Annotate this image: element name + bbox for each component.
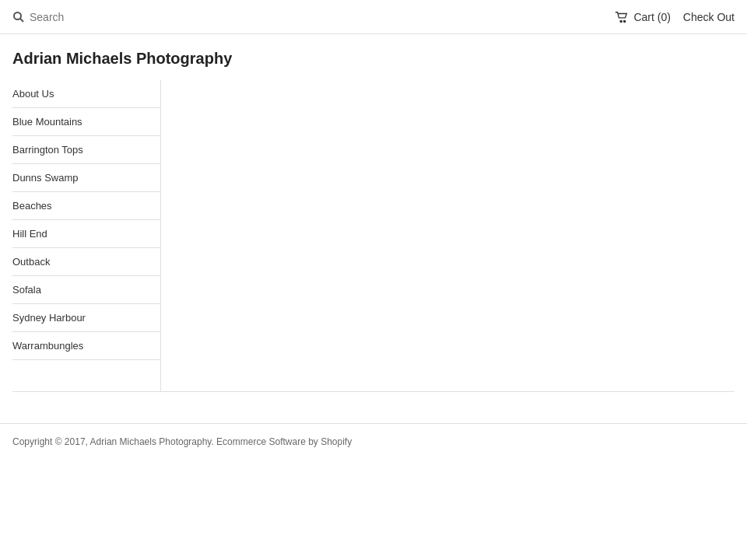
content-area <box>160 80 735 391</box>
nav-link[interactable]: About Us <box>12 80 160 107</box>
site-title: Adrian Michaels Photography <box>12 50 735 68</box>
copyright-text: Copyright © 2017, Adrian Michaels Photog… <box>12 436 735 447</box>
site-footer: Copyright © 2017, Adrian Michaels Photog… <box>0 423 747 460</box>
nav-item: Warrambungles <box>12 332 160 360</box>
nav-link[interactable]: Barrington Tops <box>12 136 160 163</box>
search-area <box>12 11 185 23</box>
svg-point-0 <box>14 12 21 19</box>
nav-link[interactable]: Blue Mountains <box>12 108 160 135</box>
nav-item: Barrington Tops <box>12 136 160 164</box>
nav-item: Outback <box>12 248 160 276</box>
nav-sidebar: About UsBlue MountainsBarrington TopsDun… <box>12 80 160 391</box>
nav-link[interactable]: Warrambungles <box>12 332 160 359</box>
search-input[interactable] <box>30 11 185 23</box>
site-title-container: Adrian Michaels Photography <box>0 34 747 80</box>
site-header: Cart (0) Check Out <box>0 0 747 34</box>
cart-label: Cart (0) <box>633 11 670 23</box>
nav-item: Sydney Harbour <box>12 304 160 332</box>
header-right: Cart (0) Check Out <box>615 11 735 23</box>
svg-point-2 <box>620 20 622 22</box>
nav-item: Beaches <box>12 192 160 220</box>
nav-link[interactable]: Sydney Harbour <box>12 304 160 331</box>
nav-link[interactable]: Hill End <box>12 220 160 247</box>
cart-link[interactable]: Cart (0) <box>615 11 670 23</box>
cart-icon <box>615 11 629 23</box>
nav-link[interactable]: Dunns Swamp <box>12 164 160 191</box>
nav-item: About Us <box>12 80 160 108</box>
nav-item: Hill End <box>12 220 160 248</box>
main-content: About UsBlue MountainsBarrington TopsDun… <box>0 80 747 391</box>
nav-item: Dunns Swamp <box>12 164 160 192</box>
nav-link[interactable]: Outback <box>12 248 160 275</box>
footer-divider <box>12 391 735 392</box>
checkout-label: Check Out <box>683 11 735 23</box>
search-icon <box>12 11 25 23</box>
checkout-link[interactable]: Check Out <box>683 11 735 23</box>
nav-list: About UsBlue MountainsBarrington TopsDun… <box>12 80 160 360</box>
nav-link[interactable]: Beaches <box>12 192 160 219</box>
nav-link[interactable]: Sofala <box>12 276 160 303</box>
svg-line-1 <box>20 19 23 22</box>
nav-item: Blue Mountains <box>12 108 160 136</box>
svg-point-3 <box>624 20 626 22</box>
nav-item: Sofala <box>12 276 160 304</box>
